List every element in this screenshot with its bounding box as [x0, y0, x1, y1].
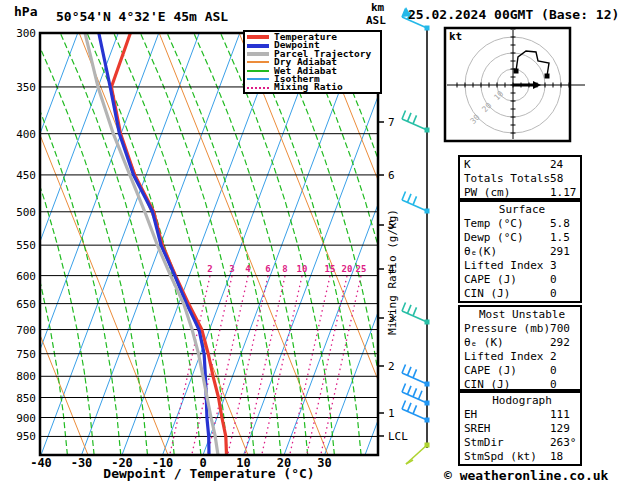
pressure-tick-label: 550 — [16, 239, 36, 252]
stat-row: Pressure (mb)700 — [464, 322, 580, 336]
stat-row: StmSpd (kt)18 — [464, 450, 580, 464]
pressure-tick-label: 400 — [16, 128, 36, 141]
stat-row: θₑ (K)292 — [464, 336, 580, 350]
height-tick-label: 1 — [388, 407, 395, 420]
mixing-ratio-label: 2 — [207, 264, 212, 274]
stat-row: Totals Totals58 — [464, 172, 580, 186]
temp-tick-label: -30 — [71, 456, 93, 470]
mixing-ratio-label: 8 — [282, 264, 287, 274]
stat-label: Lifted Index — [464, 350, 550, 364]
pressure-tick-label: 950 — [16, 430, 36, 443]
height-tick-label: LCL — [388, 430, 408, 443]
mixing-ratio-label: 4 — [245, 264, 251, 274]
legend: TemperatureDewpointParcel TrajectoryDry … — [243, 30, 382, 94]
mixing-ratio-label: 25 — [356, 264, 367, 274]
mixing-ratio-label: 3 — [229, 264, 234, 274]
legend-swatch — [247, 61, 269, 63]
temp-tick-label: 30 — [317, 456, 331, 470]
stat-row: CAPE (J)0 — [464, 364, 580, 378]
dewpoint-curve — [99, 33, 209, 455]
stat-row: Dewp (°C)1.5 — [464, 231, 580, 245]
stat-label: CIN (J) — [464, 378, 550, 392]
mixing-ratio-axis-title: Mixing Ratio (g/kg) — [386, 209, 399, 335]
legend-item-label: Mixing Ratio — [274, 83, 343, 91]
pressure-tick-label: 700 — [16, 324, 36, 337]
stats-panel: K24Totals Totals58PW (cm)1.17 — [458, 155, 582, 200]
stat-label: Lifted Index — [464, 259, 550, 273]
pressure-gridlines — [41, 87, 377, 436]
stat-value: 700 — [550, 322, 580, 336]
pressure-tick-label: 600 — [16, 270, 36, 283]
stat-value: 129 — [550, 422, 580, 436]
stats-panel-title: Surface — [464, 203, 580, 217]
stat-label: CIN (J) — [464, 287, 550, 301]
legend-swatch — [247, 44, 269, 48]
stats-panel: SurfaceTemp (°C)5.8Dewp (°C)1.5θₑ(K)291L… — [458, 200, 582, 303]
sounding-app: 2346810152025 30035040045050055060065070… — [0, 0, 629, 486]
stat-label: Temp (°C) — [464, 217, 550, 231]
stats-panel: Most UnstablePressure (mb)700θₑ (K)292Li… — [458, 305, 582, 391]
sounding-curves — [85, 33, 227, 455]
stat-row: K24 — [464, 158, 580, 172]
wind-barb — [406, 443, 430, 465]
pressure-tick-label: 800 — [16, 370, 36, 383]
height-tick-label: 2 — [388, 360, 395, 373]
mixing-ratio-label: 20 — [342, 264, 353, 274]
stat-label: StmSpd (kt) — [464, 450, 550, 464]
stat-label: EH — [464, 408, 550, 422]
hodograph: 102030 kt — [435, 18, 585, 153]
mixing-ratio-label: 15 — [325, 264, 336, 274]
stat-label: SREH — [464, 422, 550, 436]
pressure-unit-label: hPa — [14, 4, 37, 19]
stat-label: θₑ(K) — [464, 245, 550, 259]
hodograph-unit-label: kt — [449, 30, 462, 43]
stat-row: θₑ(K)291 — [464, 245, 580, 259]
stat-label: θₑ (K) — [464, 336, 550, 350]
stat-label: StmDir — [464, 436, 550, 450]
height-tick-label: 6 — [388, 169, 395, 182]
legend-item: Mixing Ratio — [247, 83, 378, 91]
stat-value: 5.8 — [550, 217, 580, 231]
skewt-chart: 2346810152025 30035040045050055060065070… — [0, 0, 450, 486]
pressure-tick-label: 650 — [16, 298, 36, 311]
stat-label: Dewp (°C) — [464, 231, 550, 245]
skewt-background-lines — [0, 33, 450, 455]
stat-label: Totals Totals — [464, 172, 550, 186]
legend-swatch — [247, 78, 269, 80]
stat-label: K — [464, 158, 550, 172]
stat-value: 1.17 — [550, 186, 580, 200]
stat-row: Temp (°C)5.8 — [464, 217, 580, 231]
wind-barb — [402, 192, 430, 214]
pressure-tick-label: 300 — [16, 27, 36, 40]
pressure-axis-labels: 3003504004505005506006507007508008509009… — [16, 27, 36, 443]
stat-value: 0 — [550, 364, 580, 378]
x-axis-title: Dewpoint / Temperature (°C) — [103, 466, 314, 481]
pressure-tick-label: 900 — [16, 412, 36, 425]
km-unit-label: km — [371, 1, 384, 14]
pressure-tick-label: 750 — [16, 348, 36, 361]
stat-value: 0 — [550, 287, 580, 301]
stat-value: 3 — [550, 259, 580, 273]
stat-row: EH111 — [464, 408, 580, 422]
stat-row: CIN (J)0 — [464, 287, 580, 301]
stat-value: 0 — [550, 273, 580, 287]
pressure-tick-label: 850 — [16, 392, 36, 405]
asl-unit-label: ASL — [366, 14, 386, 27]
stat-value: 24 — [550, 158, 580, 172]
wind-barb — [402, 111, 430, 133]
stat-row: SREH129 — [464, 422, 580, 436]
stat-row: StmDir263° — [464, 436, 580, 450]
stats-panel: HodographEH111SREH129StmDir263°StmSpd (k… — [458, 391, 582, 466]
legend-swatch — [247, 52, 269, 56]
stat-value: 263° — [550, 436, 580, 450]
mixing-ratio-label: 6 — [265, 264, 270, 274]
wind-barb — [402, 384, 430, 406]
stat-label: CAPE (J) — [464, 273, 550, 287]
legend-swatch — [247, 35, 269, 39]
pressure-tick-label: 500 — [16, 206, 36, 219]
stat-row: CIN (J)0 — [464, 378, 580, 392]
stats-panel-title: Most Unstable — [464, 308, 580, 322]
stat-value: 18 — [550, 450, 580, 464]
stat-value: 1.5 — [550, 231, 580, 245]
mixing-ratio-label: 10 — [297, 264, 308, 274]
